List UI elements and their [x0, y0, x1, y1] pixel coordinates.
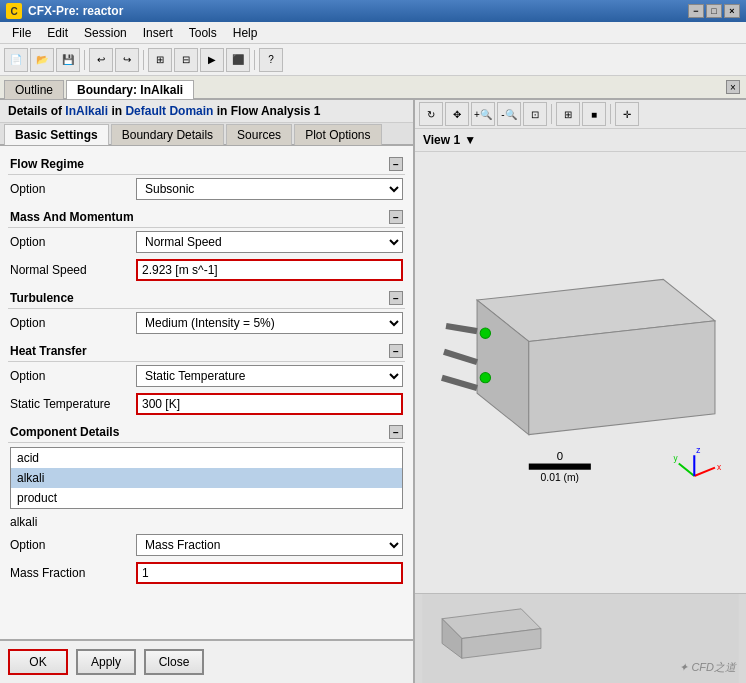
menu-edit[interactable]: Edit: [39, 24, 76, 42]
section-flow-regime-collapse[interactable]: −: [389, 157, 403, 171]
turbulence-option-wrap: Low (Intensity = 1%) Medium (Intensity =…: [136, 312, 403, 334]
rt-sep-2: [610, 104, 611, 124]
component-option-select[interactable]: Mass Fraction Mole Fraction Mole Concent…: [136, 534, 403, 556]
section-component-details: Component Details −: [8, 422, 405, 443]
tb-run[interactable]: ▶: [200, 48, 224, 72]
panel-info-name: InAlkali: [65, 104, 108, 118]
svg-point-7: [480, 328, 490, 338]
mass-momentum-option-row: Option Normal Speed Cartesian Velocity C…: [8, 228, 405, 256]
tb-sep-3: [254, 50, 255, 70]
thumbnail-area: ✦ CFD之道: [415, 593, 746, 683]
sub-tab-plot[interactable]: Plot Options: [294, 124, 381, 145]
tb-undo[interactable]: ↩: [89, 48, 113, 72]
rt-rotate[interactable]: ↻: [419, 102, 443, 126]
section-mass-momentum-collapse[interactable]: −: [389, 210, 403, 224]
section-turbulence-collapse[interactable]: −: [389, 291, 403, 305]
tb-stop[interactable]: ⬛: [226, 48, 250, 72]
view-dropdown-button[interactable]: ▼: [464, 133, 476, 147]
menu-session[interactable]: Session: [76, 24, 135, 42]
component-option-row: Option Mass Fraction Mole Fraction Mole …: [8, 531, 405, 559]
section-mass-momentum: Mass And Momentum −: [8, 207, 405, 228]
tb-save[interactable]: 💾: [56, 48, 80, 72]
toolbar: 📄 📂 💾 ↩ ↪ ⊞ ⊟ ▶ ⬛ ?: [0, 44, 746, 76]
sub-tab-basic[interactable]: Basic Settings: [4, 124, 109, 145]
menu-insert[interactable]: Insert: [135, 24, 181, 42]
mass-fraction-input[interactable]: [136, 562, 403, 584]
main-layout: Details of InAlkali in Default Domain in…: [0, 100, 746, 683]
rt-zoom-out[interactable]: -🔍: [497, 102, 521, 126]
ok-button[interactable]: OK: [8, 649, 68, 675]
tb-boundary[interactable]: ⊟: [174, 48, 198, 72]
tb-new[interactable]: 📄: [4, 48, 28, 72]
normal-speed-row: Normal Speed: [8, 256, 405, 284]
tb-sep-1: [84, 50, 85, 70]
flow-regime-option-label: Option: [10, 182, 130, 196]
minimize-button[interactable]: −: [688, 4, 704, 18]
sub-tab-sources[interactable]: Sources: [226, 124, 292, 145]
rt-sep-1: [551, 104, 552, 124]
mass-fraction-wrap: [136, 562, 403, 584]
rt-axes[interactable]: ✛: [615, 102, 639, 126]
mass-momentum-option-select[interactable]: Normal Speed Cartesian Velocity Componen…: [136, 231, 403, 253]
svg-text:0.01 (m): 0.01 (m): [541, 472, 579, 483]
rt-zoom-in[interactable]: +🔍: [471, 102, 495, 126]
rt-wireframe[interactable]: ⊞: [556, 102, 580, 126]
panel-info-middle: in: [108, 104, 125, 118]
component-item-acid[interactable]: acid: [11, 448, 402, 468]
tb-redo[interactable]: ↪: [115, 48, 139, 72]
tab-outline[interactable]: Outline: [4, 80, 64, 99]
static-temp-input[interactable]: [136, 393, 403, 415]
turbulence-option-select[interactable]: Low (Intensity = 1%) Medium (Intensity =…: [136, 312, 403, 334]
tab-bar: Outline Boundary: InAlkali ×: [0, 76, 746, 100]
svg-text:0: 0: [557, 450, 563, 462]
normal-speed-label: Normal Speed: [10, 263, 130, 277]
panel-info-prefix: Details of: [8, 104, 65, 118]
section-heat-transfer: Heat Transfer −: [8, 341, 405, 362]
static-temp-row: Static Temperature: [8, 390, 405, 418]
panel-info-suffix: in Flow Analysis 1: [213, 104, 320, 118]
tb-mesh[interactable]: ⊞: [148, 48, 172, 72]
flow-regime-option-select[interactable]: Subsonic Supersonic Transonic: [136, 178, 403, 200]
svg-marker-3: [529, 321, 715, 435]
mass-fraction-label: Mass Fraction: [10, 566, 130, 580]
section-turbulence: Turbulence −: [8, 288, 405, 309]
menu-file[interactable]: File: [4, 24, 39, 42]
section-heat-transfer-collapse[interactable]: −: [389, 344, 403, 358]
svg-point-8: [480, 373, 490, 383]
form-area: Flow Regime − Option Subsonic Supersonic…: [0, 146, 413, 639]
heat-transfer-option-select[interactable]: Static Temperature Total Temperature Tot…: [136, 365, 403, 387]
panel-info-domain: Default Domain: [125, 104, 213, 118]
section-heat-transfer-label: Heat Transfer: [10, 344, 87, 358]
normal-speed-input[interactable]: [136, 259, 403, 281]
sub-tab-boundary[interactable]: Boundary Details: [111, 124, 224, 145]
maximize-button[interactable]: □: [706, 4, 722, 18]
menu-tools[interactable]: Tools: [181, 24, 225, 42]
tab-boundary[interactable]: Boundary: InAlkali: [66, 80, 194, 99]
section-component-details-collapse[interactable]: −: [389, 425, 403, 439]
menu-bar: File Edit Session Insert Tools Help: [0, 22, 746, 44]
apply-button[interactable]: Apply: [76, 649, 136, 675]
normal-speed-wrap: [136, 259, 403, 281]
mass-momentum-option-label: Option: [10, 235, 130, 249]
tb-sep-2: [143, 50, 144, 70]
left-panel: Details of InAlkali in Default Domain in…: [0, 100, 415, 683]
rt-solid[interactable]: ■: [582, 102, 606, 126]
close-button[interactable]: ×: [724, 4, 740, 18]
section-component-details-label: Component Details: [10, 425, 119, 439]
panel-info: Details of InAlkali in Default Domain in…: [0, 100, 413, 123]
tab-close-button[interactable]: ×: [726, 80, 740, 94]
component-list: acid alkali product: [10, 447, 403, 509]
tb-help[interactable]: ?: [259, 48, 283, 72]
tb-open[interactable]: 📂: [30, 48, 54, 72]
menu-help[interactable]: Help: [225, 24, 266, 42]
rt-fit[interactable]: ⊡: [523, 102, 547, 126]
rt-pan[interactable]: ✥: [445, 102, 469, 126]
view-area[interactable]: 0 0.01 (m) x y z: [415, 152, 746, 593]
component-item-alkali[interactable]: alkali: [11, 468, 402, 488]
close-button-panel[interactable]: Close: [144, 649, 204, 675]
turbulence-option-label: Option: [10, 316, 130, 330]
right-panel: ↻ ✥ +🔍 -🔍 ⊡ ⊞ ■ ✛ View 1 ▼: [415, 100, 746, 683]
mass-fraction-row: Mass Fraction: [8, 559, 405, 587]
component-item-product[interactable]: product: [11, 488, 402, 508]
title-bar: C CFX-Pre: reactor − □ ×: [0, 0, 746, 22]
